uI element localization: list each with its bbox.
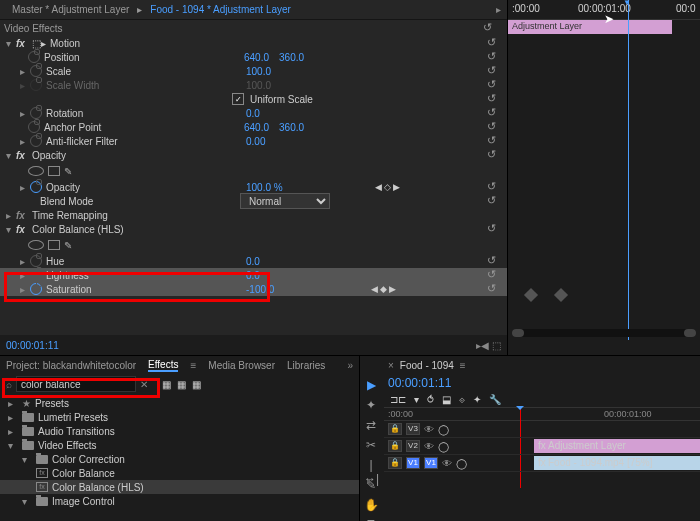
opacity-header[interactable]: Opacity [32,150,232,161]
twirl-icon[interactable]: ▸ [8,398,16,409]
wrench-icon[interactable]: 🔧 [489,394,501,405]
panel-overflow-icon[interactable]: » [347,360,353,371]
hue-val[interactable]: 0.0 [246,256,260,267]
panel-menu-icon[interactable]: ▸ [496,4,501,15]
opacity-val[interactable]: 100.0 % [246,182,283,193]
image-control-folder[interactable]: Image Control [52,496,115,507]
reset-icon[interactable] [483,21,497,35]
lumetri-folder[interactable]: Lumetri Presets [38,412,108,423]
eye-icon[interactable]: 👁 [424,424,434,435]
reset-scale[interactable] [487,64,501,78]
source-tab[interactable]: Food - 1094 * Adjustment Layer [142,2,299,17]
track-target[interactable]: V2 [406,440,420,452]
clear-search-icon[interactable]: ✕ [140,379,148,390]
lock-icon[interactable]: 🔒 [388,457,402,469]
keyframe-marker[interactable] [554,288,568,302]
twirl-icon[interactable]: ▸ [20,182,28,193]
stopwatch-icon[interactable] [30,255,42,267]
track-v1[interactable]: fx Food - 1094.mp4 [75%] [534,455,700,471]
track-output-icon[interactable]: ◯ [456,458,467,469]
preset-filter-icon[interactable]: ▦ [177,379,186,390]
twirl-icon[interactable]: ▸ [20,284,28,295]
antiflicker-val[interactable]: 0.00 [246,136,265,147]
lock-icon[interactable]: 🔒 [388,423,402,435]
twirl-icon[interactable]: ▸ [20,66,28,77]
project-tab[interactable]: Project: blackandwhitetocolor [6,360,136,371]
insert-icon[interactable]: ⥀ [427,394,434,405]
selection-tool-icon[interactable]: ▶ [364,378,378,392]
eye-icon[interactable]: 👁 [442,458,452,469]
effects-tab[interactable]: Effects [148,359,178,372]
audio-transitions-folder[interactable]: Audio Transitions [38,426,115,437]
reset-position[interactable] [487,50,501,64]
effects-search-input[interactable] [16,376,136,392]
color-balance-hls-effect[interactable]: Color Balance (HLS) [52,482,144,493]
position-x[interactable]: 640.0 [244,52,269,63]
twirl-icon[interactable]: ▸ [6,210,14,221]
presets-folder[interactable]: Presets [35,398,69,409]
overwrite-icon[interactable]: ⬓ [442,394,451,405]
reset-hue[interactable] [487,254,501,268]
rect-mask-icon[interactable] [48,166,60,176]
keyframe-marker[interactable] [524,288,538,302]
stopwatch-icon[interactable] [28,121,40,133]
stopwatch-icon[interactable] [28,51,40,63]
color-balance-effect[interactable]: Color Balance [52,468,115,479]
clip-video[interactable]: fx Food - 1094.mp4 [75%] [534,456,700,470]
color-correction-folder[interactable]: Color Correction [52,454,125,465]
rect-mask-icon[interactable] [48,240,60,250]
video-effects-folder[interactable]: Video Effects [38,440,97,451]
blendmode-select[interactable]: Normal [240,193,330,209]
track-target-v1[interactable]: V1 [424,457,438,469]
timeline-clip[interactable]: Adjustment Layer [508,20,672,34]
sequence-ruler[interactable]: :00:00 00:00:01:00 [384,407,700,421]
preset-filter-icon[interactable]: ▦ [192,379,201,390]
reset-opacityval[interactable] [487,180,501,194]
twirl-icon[interactable]: ▸ [8,412,16,423]
anchor-x[interactable]: 640.0 [244,122,269,133]
reset-motion[interactable] [487,36,501,50]
preset-filter-icon[interactable]: ▦ [162,379,171,390]
current-timecode[interactable]: 00:00:01:11 [6,340,59,351]
track-source-v1[interactable]: V1 [406,457,420,469]
razor-tool-icon[interactable]: ✂ [364,438,378,452]
reset-rotation[interactable] [487,106,501,120]
stopwatch-icon[interactable] [30,283,42,295]
position-y[interactable]: 360.0 [279,52,304,63]
twirl-icon[interactable]: ▸ [20,136,28,147]
stopwatch-icon[interactable] [30,65,42,77]
close-seq-icon[interactable]: × [388,360,394,371]
reset-anchor[interactable] [487,120,501,134]
twirl-icon[interactable]: ▾ [22,496,30,507]
motion-header[interactable]: Motion [50,38,250,49]
twirl-icon[interactable]: ▸ [20,108,28,119]
uniform-scale-checkbox[interactable]: ✓ [232,93,244,105]
ellipse-mask-icon[interactable] [28,166,44,176]
track-v2[interactable]: fx Adjustment Layer [534,438,700,454]
marker-tool-icon[interactable]: ✦ [364,398,378,412]
twirl-icon[interactable]: ▾ [6,38,14,49]
pen-tool-icon[interactable]: ✎ [364,478,378,492]
link-icon[interactable]: ⟐ [459,394,465,405]
twirl-icon[interactable]: ▸ [20,256,28,267]
reset-blend[interactable] [487,194,501,208]
twirl-icon[interactable]: ▾ [6,224,14,235]
sequence-name[interactable]: Food - 1094 [400,360,454,371]
keyframe-nav[interactable]: ◀◇▶ [375,182,400,192]
pen-mask-icon[interactable]: ✎ [64,240,72,251]
effect-timeline-ruler[interactable]: :00:00 00:00:01:00 00:0 [508,0,700,20]
snap-icon[interactable]: ⊐⊏ [390,394,406,405]
track-output-icon[interactable]: ◯ [438,424,449,435]
settings-icon[interactable]: ✦ [473,394,481,405]
lock-icon[interactable]: 🔒 [388,440,402,452]
pen-mask-icon[interactable]: ✎ [64,166,72,177]
slip-tool-icon[interactable]: |↔| [364,458,378,472]
stopwatch-icon[interactable] [30,181,42,193]
twirl-icon[interactable]: ▾ [8,440,16,451]
eye-icon[interactable]: 👁 [424,441,434,452]
ripple-tool-icon[interactable]: ⇄ [364,418,378,432]
reset-colorbalance[interactable] [487,222,501,236]
twirl-icon[interactable]: ▸ [20,270,28,281]
hand-tool-icon[interactable]: ✋ [364,498,378,512]
libraries-tab[interactable]: Libraries [287,360,325,371]
